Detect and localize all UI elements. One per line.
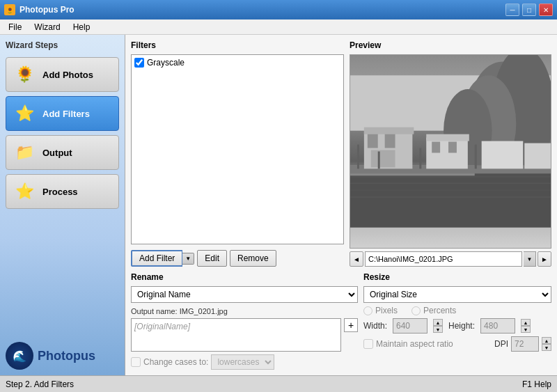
- sidebar-item-process[interactable]: ⭐ Process: [6, 174, 119, 209]
- output-name-label: Output name: IMG_0201.jpg: [131, 307, 358, 315]
- rename-title: Rename: [131, 272, 358, 282]
- edit-button[interactable]: Edit: [197, 250, 227, 267]
- rename-select[interactable]: Original Name: [131, 286, 358, 303]
- sidebar-item-add-photos[interactable]: 🌻 Add Photos: [6, 57, 119, 92]
- add-filters-icon: ⭐: [12, 101, 37, 126]
- aspect-checkbox[interactable]: [363, 339, 373, 349]
- step-label: Step 2. Add Filters: [6, 379, 74, 389]
- dpi-label: DPI: [494, 339, 508, 349]
- main-container: Wizard Steps 🌻 Add Photos ⭐ Add Filters …: [0, 35, 557, 375]
- change-cases-checkbox[interactable]: [131, 357, 141, 367]
- preview-img-container: [350, 55, 551, 248]
- dpi-input[interactable]: [511, 336, 539, 352]
- percents-label: Percents: [423, 306, 456, 315]
- sidebar-item-add-filters[interactable]: ⭐ Add Filters: [6, 96, 119, 131]
- logo-icon: 🌊: [6, 342, 33, 370]
- dpi-spinner: ▲ ▼: [542, 337, 551, 351]
- top-panels: Filters Grayscale Add Filter ▼ Edit Remo…: [131, 40, 551, 267]
- pixels-radio-label: Pixels: [363, 306, 398, 315]
- height-input[interactable]: [480, 318, 515, 334]
- svg-rect-15: [385, 134, 395, 148]
- menu-help[interactable]: Help: [68, 21, 96, 33]
- filter-item-grayscale: Grayscale: [134, 58, 340, 68]
- app-title: Photopus Pro: [19, 5, 74, 15]
- preview-panel: Preview: [350, 40, 551, 267]
- resize-select[interactable]: Original Size: [363, 286, 551, 303]
- resize-panel: Resize Original Size Pixels Percents Wid: [363, 272, 551, 370]
- svg-rect-18: [426, 134, 469, 141]
- sidebar-item-output[interactable]: 📁 Output: [6, 135, 119, 170]
- preview-nav: ◄ C:\Hanoi\IMG_0201.JPG ▼ ►: [350, 251, 551, 267]
- maximize-button[interactable]: □: [522, 3, 536, 16]
- aspect-label: Maintain aspect ratio: [376, 339, 453, 349]
- pixels-radio[interactable]: [363, 306, 372, 315]
- title-bar-left: 🌻 Photopus Pro: [4, 4, 74, 15]
- wizard-steps-title: Wizard Steps: [6, 40, 119, 50]
- add-filter-button[interactable]: Add Filter: [131, 250, 182, 267]
- remove-button[interactable]: Remove: [230, 250, 276, 267]
- svg-rect-8: [350, 189, 551, 191]
- file-path-input[interactable]: C:\Hanoi\IMG_0201.JPG: [365, 251, 522, 267]
- rename-input-row: [OriginalName] +: [131, 318, 358, 352]
- preview-title: Preview: [350, 40, 551, 50]
- process-label: Process: [42, 187, 78, 197]
- output-icon: 📁: [12, 140, 37, 165]
- logo-text: Photopus: [38, 349, 95, 363]
- rename-panel: Rename Original Name Output name: IMG_02…: [131, 272, 358, 370]
- width-spinner: ▲ ▼: [433, 319, 443, 333]
- bottom-panels: Rename Original Name Output name: IMG_02…: [131, 272, 551, 370]
- close-button[interactable]: ✕: [539, 3, 553, 16]
- add-filters-label: Add Filters: [42, 109, 90, 119]
- svg-rect-5: [350, 172, 551, 227]
- filters-panel: Filters Grayscale Add Filter ▼ Edit Remo…: [131, 40, 344, 267]
- grayscale-label: Grayscale: [147, 58, 185, 68]
- height-spinner: ▲ ▼: [521, 319, 531, 333]
- prev-image-button[interactable]: ◄: [350, 251, 363, 267]
- svg-rect-20: [432, 142, 440, 153]
- resize-dims: Width: ▲ ▼ Height: ▲ ▼: [363, 318, 551, 334]
- status-bar: Step 2. Add Filters F1 Help: [0, 375, 557, 392]
- add-photos-label: Add Photos: [42, 70, 93, 80]
- rename-plus-button[interactable]: +: [344, 318, 358, 332]
- minimize-button[interactable]: ─: [505, 3, 519, 16]
- svg-rect-26: [419, 148, 421, 169]
- height-up-button[interactable]: ▲: [521, 319, 531, 326]
- add-photos-icon: 🌻: [12, 62, 37, 87]
- svg-rect-23: [524, 143, 551, 169]
- percents-radio[interactable]: [411, 306, 421, 315]
- dpi-up-button[interactable]: ▲: [542, 337, 551, 344]
- grayscale-checkbox[interactable]: [134, 58, 144, 68]
- sidebar: Wizard Steps 🌻 Add Photos ⭐ Add Filters …: [0, 35, 125, 375]
- title-bar-controls: ─ □ ✕: [505, 3, 553, 16]
- file-path-dropdown[interactable]: ▼: [524, 251, 536, 267]
- width-up-button[interactable]: ▲: [433, 319, 443, 326]
- menu-wizard[interactable]: Wizard: [29, 21, 65, 33]
- menu-bar: File Wizard Help: [0, 19, 557, 35]
- svg-rect-13: [364, 127, 414, 134]
- svg-rect-24: [357, 145, 359, 169]
- svg-rect-6: [350, 175, 551, 178]
- svg-rect-27: [475, 145, 477, 169]
- width-input[interactable]: [393, 318, 427, 334]
- width-down-button[interactable]: ▼: [433, 326, 443, 333]
- svg-rect-9: [350, 196, 551, 198]
- dpi-row: DPI ▲ ▼: [494, 336, 551, 352]
- rename-textarea[interactable]: [OriginalName]: [131, 318, 341, 352]
- case-select[interactable]: lowercases: [211, 354, 274, 370]
- svg-rect-21: [448, 142, 457, 153]
- next-image-button[interactable]: ►: [538, 251, 551, 267]
- output-label: Output: [42, 148, 72, 158]
- change-cases-label: Change cases to:: [143, 357, 208, 367]
- content-area: Filters Grayscale Add Filter ▼ Edit Remo…: [125, 35, 557, 375]
- add-filter-dropdown: Add Filter ▼: [131, 250, 194, 267]
- height-down-button[interactable]: ▼: [521, 326, 531, 333]
- help-label: F1 Help: [522, 379, 551, 389]
- preview-image: [350, 54, 551, 249]
- pixels-label: Pixels: [375, 306, 398, 315]
- menu-file[interactable]: File: [3, 21, 27, 33]
- sidebar-logo: 🌊 Photopus: [6, 342, 119, 370]
- dpi-down-button[interactable]: ▼: [542, 344, 551, 351]
- svg-rect-7: [350, 182, 551, 184]
- add-filter-arrow[interactable]: ▼: [182, 253, 194, 265]
- aspect-row: Maintain aspect ratio: [363, 339, 453, 349]
